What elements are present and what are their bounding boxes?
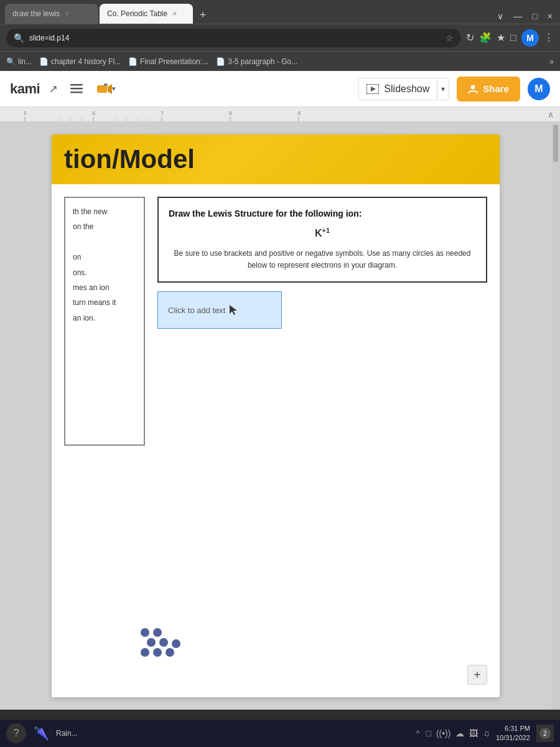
svg-point-31: [159, 638, 168, 647]
slide-body: th the new on the on ons. mes an ion tur…: [52, 184, 500, 458]
ion-charge: +1: [322, 227, 330, 234]
taskbar-wifi-icon: ((•)): [436, 728, 451, 738]
trend-icon: ↗: [49, 82, 58, 96]
slideshow-button[interactable]: Slideshow: [359, 78, 437, 100]
toolbar-menu-btn[interactable]: [65, 78, 88, 100]
tab-draw-lewis[interactable]: draw the lewis ×: [5, 4, 98, 24]
svg-point-34: [166, 648, 174, 657]
svg-text:9: 9: [297, 110, 301, 116]
toolbar-video-btn[interactable]: ▾: [95, 78, 118, 100]
bookmark-paragraph[interactable]: 📄 3-5 paragraph - Go...: [216, 57, 297, 66]
bookmark-label: lin...: [18, 57, 32, 66]
slide-scrollbar[interactable]: [551, 122, 560, 710]
left-text-line6: mes an ion: [73, 281, 136, 294]
tab-label: draw the lewis: [12, 9, 60, 18]
tab-close-icon[interactable]: ×: [172, 9, 177, 18]
svg-point-33: [153, 648, 162, 657]
user-avatar-kami[interactable]: M: [528, 78, 550, 100]
plus-button[interactable]: +: [467, 665, 487, 685]
taskbar-weather-icon: 🌂: [31, 723, 51, 743]
lewis-ion: K+1: [169, 227, 476, 239]
ruler-marks: 5 6 7 8 9: [12, 107, 560, 121]
bookmark-doc2-icon: 📄: [128, 57, 138, 66]
address-bar[interactable]: 🔍 slide=id.p14 ☆: [6, 29, 461, 47]
scrollbar-thumb: [553, 125, 558, 162]
slide-banner: tion/Model: [52, 134, 500, 184]
bookmark-label: 3-5 paragraph - Go...: [228, 57, 297, 66]
address-bar-row: 🔍 slide=id.p14 ☆ ↻ 🧩 ★ □ M ⋮: [0, 24, 560, 51]
svg-point-35: [172, 639, 180, 648]
close-button[interactable]: ×: [545, 9, 555, 24]
minimize-button[interactable]: —: [511, 9, 525, 24]
bookmark-label: Final Presentation:...: [140, 57, 208, 66]
tab-periodic-table[interactable]: Co. Periodic Table ×: [100, 4, 193, 24]
video-dropdown-icon[interactable]: ▾: [112, 85, 116, 93]
weather-emoji: 🌂: [34, 726, 49, 741]
text-placeholder[interactable]: Click to add text: [157, 291, 282, 329]
bookmark-doc3-icon: 📄: [216, 57, 225, 66]
placeholder-text: Click to add text: [168, 306, 226, 315]
left-text-line1: th the new: [73, 205, 136, 218]
kami-toolbar: kami ↗ ▾: [0, 71, 560, 107]
bookmark-final[interactable]: 📄 Final Presentation:...: [128, 57, 208, 66]
address-text: slide=id.p14: [29, 34, 69, 42]
slideshow-control: Slideshow ▾: [358, 78, 449, 100]
plus-icon: +: [474, 668, 481, 682]
bookmark-doc-icon: 📄: [39, 57, 49, 66]
taskbar-left: ? 🌂 Rain...: [6, 723, 78, 743]
taskbar-notification[interactable]: 2: [536, 725, 554, 742]
slide-title: tion/Model: [64, 144, 195, 174]
svg-point-29: [153, 628, 162, 637]
lewis-title: Draw the Lewis Structure for the followi…: [169, 208, 476, 220]
bookmark-search-icon: 🔍: [6, 57, 16, 66]
notification-badge: 2: [539, 728, 551, 739]
share-button[interactable]: Share: [457, 77, 520, 101]
svg-rect-3: [97, 85, 107, 93]
tab-scroll-left[interactable]: ∨: [495, 9, 506, 24]
bookmark-star-icon[interactable]: ☆: [446, 33, 454, 43]
tab-add-button[interactable]: +: [194, 6, 212, 24]
svg-text:5: 5: [24, 110, 27, 116]
lewis-structure-box: Draw the Lewis Structure for the followi…: [157, 197, 487, 283]
user-avatar[interactable]: M: [521, 29, 539, 47]
svg-point-30: [147, 638, 156, 647]
lewis-instructions: Be sure to use brackets and positive or …: [169, 248, 476, 271]
search-icon: 🔍: [14, 33, 24, 43]
taskbar-sound-icon: ♫: [483, 728, 490, 738]
left-column-box: th the new on the on ons. mes an ion tur…: [64, 197, 145, 446]
window-icon[interactable]: □: [510, 32, 516, 44]
bookmark-lin[interactable]: 🔍 lin...: [6, 57, 32, 66]
tab-close-icon[interactable]: ×: [65, 9, 69, 18]
bookmark-icon[interactable]: ★: [497, 32, 505, 44]
taskbar-datetime[interactable]: 6:31 PM 10/31/2022: [496, 724, 530, 743]
right-column: Draw the Lewis Structure for the followi…: [157, 197, 487, 446]
share-label: Share: [483, 83, 509, 94]
reload-icon[interactable]: ↻: [466, 32, 474, 44]
extension-icon[interactable]: 🧩: [479, 32, 492, 44]
svg-point-8: [471, 85, 475, 89]
taskbar-arrow-up[interactable]: ^: [416, 729, 420, 738]
slideshow-dropdown-btn[interactable]: ▾: [437, 80, 449, 98]
taskbar-time-value: 6:31 PM: [496, 724, 530, 733]
restore-button[interactable]: □: [530, 9, 539, 24]
slide-content: tion/Model th the new on the on ons. mes…: [52, 134, 500, 697]
video-camera-icon: [97, 83, 112, 95]
bookmark-chapter4[interactable]: 📄 chapter 4 history Fl...: [39, 57, 121, 66]
dots-svg: [139, 620, 213, 670]
taskbar-help-icon[interactable]: ?: [6, 723, 26, 743]
ruler: 5 6 7 8 9: [0, 107, 560, 122]
taskbar-cloud-icon: ☁: [455, 728, 464, 738]
slideshow-label: Slideshow: [384, 83, 429, 95]
ruler-svg: 5 6 7 8 9: [12, 107, 560, 122]
bookmarks-more[interactable]: »: [549, 57, 554, 66]
bookmarks-bar: 🔍 lin... 📄 chapter 4 history Fl... 📄 Fin…: [0, 51, 560, 71]
menu-icon[interactable]: ⋮: [544, 32, 554, 44]
taskbar-photo-icon: 🖼: [469, 728, 478, 738]
left-text-line8: an ion.: [73, 312, 136, 324]
play-icon: [366, 84, 379, 94]
ruler-collapse-icon[interactable]: ∧: [548, 110, 554, 120]
svg-rect-0: [70, 84, 83, 86]
left-text-line3: [73, 236, 136, 248]
left-text-line5: ons.: [73, 266, 136, 279]
help-label: ?: [14, 728, 19, 739]
